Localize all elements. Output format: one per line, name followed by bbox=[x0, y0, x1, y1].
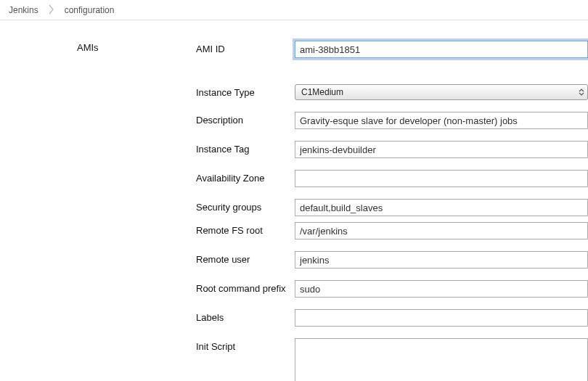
label-instance-type: Instance Type bbox=[196, 84, 295, 98]
section-label-amis: AMIs bbox=[0, 41, 196, 381]
input-remote-user[interactable] bbox=[295, 251, 588, 269]
input-root-command-prefix[interactable] bbox=[295, 280, 588, 298]
label-root-command-prefix: Root command prefix bbox=[196, 280, 295, 294]
select-instance-type-value: C1Medium bbox=[301, 87, 343, 97]
label-remote-user: Remote user bbox=[196, 251, 295, 265]
input-labels[interactable] bbox=[295, 309, 588, 327]
label-instance-tag: Instance Tag bbox=[196, 141, 295, 155]
breadcrumb-page[interactable]: configuration bbox=[56, 1, 123, 19]
form-area: AMI ID Instance Type C1Medium bbox=[196, 41, 588, 381]
label-remote-fs-root: Remote FS root bbox=[196, 222, 295, 236]
input-ami-id[interactable] bbox=[295, 41, 588, 58]
chevron-right-icon bbox=[47, 4, 56, 17]
row-root-command-prefix: Root command prefix bbox=[196, 280, 588, 298]
textarea-init-script[interactable] bbox=[295, 338, 588, 381]
label-labels: Labels bbox=[196, 309, 295, 323]
row-instance-type: Instance Type C1Medium bbox=[196, 84, 588, 100]
row-labels: Labels bbox=[196, 309, 588, 327]
row-remote-fs-root: Remote FS root bbox=[196, 222, 588, 239]
input-security-groups[interactable] bbox=[295, 199, 588, 216]
row-init-script: Init Script bbox=[196, 338, 588, 381]
breadcrumb-root[interactable]: Jenkins bbox=[0, 1, 47, 19]
row-ami-id: AMI ID bbox=[196, 41, 588, 58]
row-description: Description bbox=[196, 112, 588, 129]
label-ami-id: AMI ID bbox=[196, 41, 295, 54]
updown-arrows-icon bbox=[579, 89, 584, 96]
label-init-script: Init Script bbox=[196, 338, 295, 352]
label-description: Description bbox=[196, 112, 295, 126]
label-availability-zone: Availability Zone bbox=[196, 170, 295, 184]
breadcrumb: Jenkins configuration bbox=[0, 0, 588, 20]
input-description[interactable] bbox=[295, 112, 588, 129]
input-remote-fs-root[interactable] bbox=[295, 222, 588, 239]
row-remote-user: Remote user bbox=[196, 251, 588, 269]
row-security-groups: Security groups bbox=[196, 199, 588, 216]
input-availability-zone[interactable] bbox=[295, 170, 588, 187]
input-instance-tag[interactable] bbox=[295, 141, 588, 158]
content-area: AMIs AMI ID Instance Type C1Medium bbox=[0, 20, 588, 381]
row-instance-tag: Instance Tag bbox=[196, 141, 588, 158]
row-availability-zone: Availability Zone bbox=[196, 170, 588, 187]
select-instance-type[interactable]: C1Medium bbox=[295, 84, 588, 100]
label-security-groups: Security groups bbox=[196, 199, 295, 213]
